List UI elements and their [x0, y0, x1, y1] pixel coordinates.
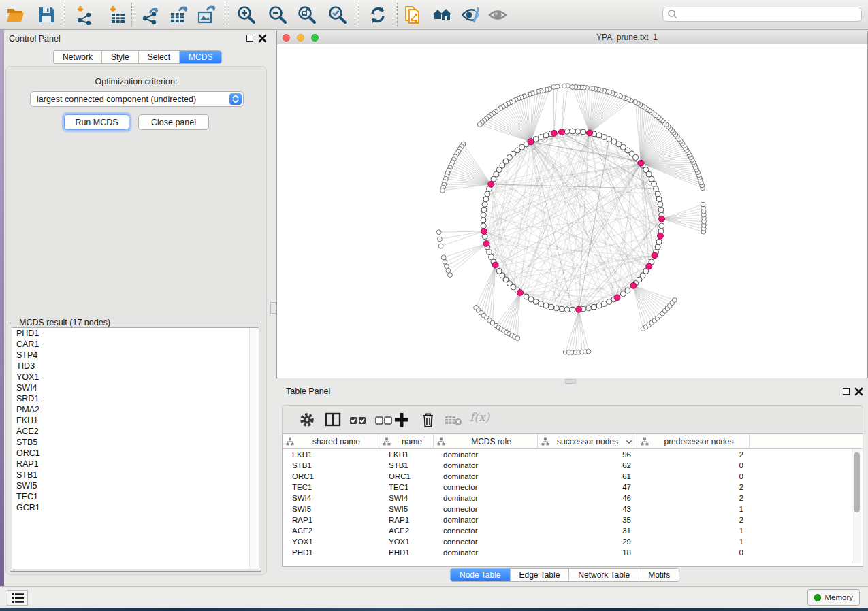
tab-motifs[interactable]: Motifs: [639, 569, 679, 581]
mcds-result-list[interactable]: PHD1CAR1STP4TID3YOX1SWI4SRD1PMA2FKH1ACE2…: [12, 327, 259, 569]
mcds-hub-node[interactable]: [483, 240, 489, 246]
search-field[interactable]: [662, 7, 862, 22]
mcds-result-item[interactable]: RAP1: [12, 459, 259, 469]
search-input[interactable]: [678, 10, 861, 19]
mcds-result-item[interactable]: ORC1: [12, 448, 259, 459]
window-minimize-traffic-light[interactable]: [297, 34, 304, 42]
satellite-node[interactable]: [438, 237, 443, 242]
ring-node[interactable]: [656, 239, 662, 244]
mcds-hub-node[interactable]: [481, 229, 487, 235]
ring-node[interactable]: [659, 223, 664, 229]
table-row[interactable]: PHD1PHD1dominator180: [283, 547, 863, 558]
window-close-traffic-light[interactable]: [283, 34, 290, 42]
ring-node[interactable]: [655, 191, 660, 197]
table-row[interactable]: TEC1TEC1connector472: [283, 482, 863, 493]
satellite-node[interactable]: [445, 264, 449, 269]
table-row[interactable]: STB1STB1dominator620: [283, 460, 863, 471]
column-header-shared-name[interactable]: shared name: [283, 434, 379, 449]
table-row[interactable]: ACE2ACE2connector311: [283, 525, 863, 536]
satellite-node[interactable]: [551, 85, 556, 90]
ring-node[interactable]: [549, 304, 554, 310]
mcds-result-item[interactable]: GCR1: [12, 502, 259, 513]
criterion-dropdown[interactable]: largest connected component (undirected): [30, 91, 244, 107]
mcds-result-item[interactable]: FKH1: [12, 415, 259, 426]
window-zoom-traffic-light[interactable]: [311, 34, 319, 42]
refresh-layout-icon[interactable]: [368, 5, 388, 25]
show-columns-icon[interactable]: [325, 412, 341, 428]
export-image-icon[interactable]: [197, 5, 217, 25]
mcds-hub-node[interactable]: [638, 160, 644, 166]
add-column-icon[interactable]: [393, 412, 410, 428]
ring-node[interactable]: [658, 207, 664, 212]
mcds-hub-node[interactable]: [492, 262, 498, 268]
ring-node[interactable]: [553, 306, 559, 311]
satellite-node[interactable]: [672, 298, 677, 303]
table-panel-float-icon[interactable]: [843, 388, 850, 395]
select-all-icon[interactable]: [349, 412, 366, 428]
share-document-icon[interactable]: [403, 5, 423, 25]
vertical-splitter-handle[interactable]: [270, 302, 276, 314]
column-header-name[interactable]: name: [379, 434, 434, 449]
memory-button[interactable]: Memory: [807, 589, 860, 606]
ring-node[interactable]: [539, 301, 544, 307]
export-table-icon[interactable]: [169, 5, 189, 25]
deselect-all-icon[interactable]: [375, 412, 391, 428]
ring-node[interactable]: [591, 304, 596, 310]
satellite-node[interactable]: [515, 336, 520, 341]
node-table[interactable]: shared namenameMCDS rolesuccessor nodesp…: [282, 433, 863, 567]
control-panel-float-icon[interactable]: [246, 35, 253, 42]
mcds-result-item[interactable]: SWI5: [12, 480, 259, 491]
mcds-hub-node[interactable]: [488, 181, 494, 187]
network-window-titlebar[interactable]: YPA_prune.txt_1: [277, 31, 867, 44]
table-scrollbar-thumb[interactable]: [854, 452, 860, 512]
ring-node[interactable]: [481, 223, 486, 229]
table-row[interactable]: RAP1RAP1dominator352: [283, 514, 863, 525]
table-row[interactable]: YOX1YOX1connector291: [283, 536, 863, 547]
tab-style[interactable]: Style: [101, 51, 138, 63]
ring-node[interactable]: [539, 135, 544, 140]
column-header-successor-nodes[interactable]: successor nodes: [538, 434, 637, 449]
open-file-icon[interactable]: [5, 5, 26, 25]
ring-node[interactable]: [543, 303, 549, 308]
mcds-result-item[interactable]: YOX1: [12, 371, 259, 382]
delete-column-trash-icon[interactable]: [420, 412, 436, 428]
ring-node[interactable]: [481, 218, 486, 223]
ring-node[interactable]: [596, 133, 602, 138]
run-mcds-button[interactable]: Run MCDS: [64, 114, 129, 130]
control-panel-close-icon[interactable]: [258, 34, 267, 43]
ring-node[interactable]: [559, 306, 564, 312]
table-row[interactable]: SWI5SWI5connector431: [283, 503, 863, 514]
satellite-node[interactable]: [477, 122, 482, 127]
tab-network[interactable]: Network: [54, 51, 101, 63]
ring-node[interactable]: [485, 191, 490, 197]
mcds-hub-node[interactable]: [614, 295, 620, 301]
mcds-result-item[interactable]: ACE2: [12, 426, 259, 437]
ring-node[interactable]: [570, 129, 575, 134]
ring-node[interactable]: [602, 301, 607, 307]
satellite-node[interactable]: [438, 244, 443, 248]
satellite-node[interactable]: [440, 188, 445, 193]
home-networks-icon[interactable]: [432, 5, 452, 25]
mcds-result-item[interactable]: PHD1: [12, 328, 259, 339]
hide-graphics-details-icon[interactable]: [460, 5, 481, 25]
ring-node[interactable]: [481, 212, 486, 218]
mcds-result-item[interactable]: STP4: [12, 350, 259, 361]
table-settings-gear-icon[interactable]: [299, 412, 315, 428]
ring-node[interactable]: [533, 137, 539, 142]
mcds-hub-node[interactable]: [551, 130, 557, 136]
mcds-result-item[interactable]: PMA2: [12, 404, 259, 415]
horizontal-splitter-handle[interactable]: [565, 379, 576, 384]
tab-node-table[interactable]: Node Table: [451, 569, 510, 581]
ring-node[interactable]: [656, 197, 662, 202]
satellite-node[interactable]: [633, 100, 638, 105]
satellite-node[interactable]: [448, 273, 453, 278]
satellite-node[interactable]: [701, 202, 705, 207]
table-row[interactable]: ORC1ORC1dominator610: [283, 471, 863, 482]
ring-node[interactable]: [602, 135, 607, 140]
mcds-result-item[interactable]: CAR1: [12, 339, 259, 350]
mcds-result-item[interactable]: SWI4: [12, 382, 259, 393]
zoom-out-icon[interactable]: [268, 5, 288, 25]
mcds-result-item[interactable]: STB5: [12, 437, 259, 448]
mcds-result-item[interactable]: SRD1: [12, 393, 259, 404]
table-scrollbar[interactable]: [852, 449, 861, 563]
